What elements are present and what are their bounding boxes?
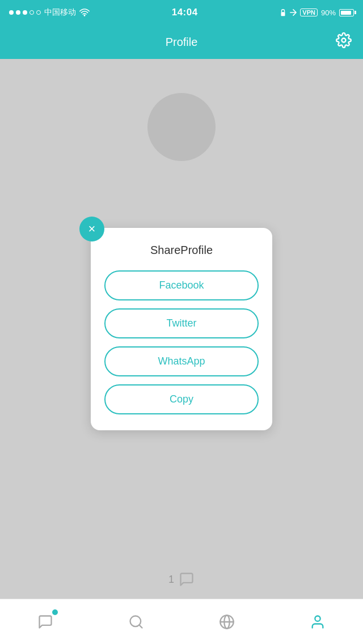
status-bar: 中国移动 14:04 VPN 90% xyxy=(0,0,363,25)
close-modal-button[interactable]: × xyxy=(79,217,104,242)
status-left: 中国移动 xyxy=(9,7,90,18)
notification-dot xyxy=(52,609,58,615)
dot5 xyxy=(36,10,41,15)
status-time: 14:04 xyxy=(172,7,198,18)
wifi-icon xyxy=(79,9,90,16)
share-whatsapp-button[interactable]: WhatsApp xyxy=(104,346,259,376)
svg-rect-0 xyxy=(281,12,285,16)
lock-icon xyxy=(280,9,286,16)
modal-title: ShareProfile xyxy=(104,244,259,257)
battery-percent: 90% xyxy=(321,9,336,17)
share-facebook-button[interactable]: Facebook xyxy=(104,270,259,300)
status-right: VPN 90% xyxy=(280,9,354,17)
svg-line-3 xyxy=(139,625,142,628)
nav-item-search[interactable] xyxy=(119,605,153,639)
carrier-label: 中国移动 xyxy=(44,7,76,18)
share-copy-button[interactable]: Copy xyxy=(104,384,259,414)
settings-button[interactable] xyxy=(336,32,352,52)
search-icon xyxy=(128,614,144,630)
modal-overlay: × ShareProfile Facebook Twitter WhatsApp… xyxy=(0,59,363,599)
arrow-icon xyxy=(290,9,297,16)
dot3 xyxy=(23,10,27,15)
profile-icon xyxy=(310,614,326,630)
svg-point-7 xyxy=(315,616,320,621)
dot2 xyxy=(16,10,20,15)
dot4 xyxy=(29,10,34,15)
share-twitter-button[interactable]: Twitter xyxy=(104,308,259,338)
dot1 xyxy=(9,10,14,15)
battery-fill xyxy=(341,11,351,15)
main-content: × ShareProfile Facebook Twitter WhatsApp… xyxy=(0,59,363,599)
modal-container: × ShareProfile Facebook Twitter WhatsApp… xyxy=(91,228,272,430)
nav-item-chat[interactable] xyxy=(28,605,62,639)
nav-item-explore[interactable] xyxy=(210,605,244,639)
battery-icon xyxy=(339,9,354,16)
explore-icon xyxy=(219,614,235,630)
svg-point-1 xyxy=(342,39,346,43)
nav-item-profile[interactable] xyxy=(301,605,335,639)
share-profile-modal: ShareProfile Facebook Twitter WhatsApp C… xyxy=(91,228,272,430)
chat-icon xyxy=(37,614,53,630)
close-icon: × xyxy=(88,223,96,235)
page-title: Profile xyxy=(166,36,198,49)
gear-icon xyxy=(336,32,352,48)
vpn-badge: VPN xyxy=(300,9,318,16)
header: Profile xyxy=(0,25,363,59)
bottom-nav xyxy=(0,599,363,644)
signal-dots xyxy=(9,10,41,15)
